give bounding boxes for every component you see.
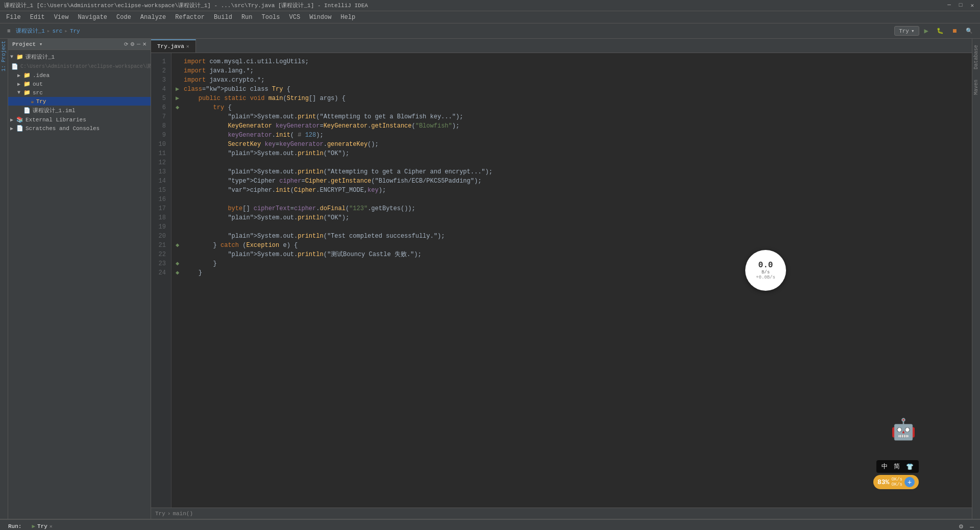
- tab-close-icon[interactable]: ✕: [186, 43, 189, 49]
- code-line[interactable]: ◆ } catch (Exception e) {: [176, 241, 972, 250]
- code-line[interactable]: "plain">System.out.println("测试Bouncy Cas…: [176, 250, 972, 259]
- debug-button[interactable]: 🐛: [934, 27, 947, 35]
- minimize-button[interactable]: ─: [945, 2, 953, 9]
- tree-item[interactable]: ▶ 📚 External Libraries: [8, 115, 151, 124]
- code-line[interactable]: "plain">System.out.println("OK");: [176, 149, 972, 158]
- line-number: 19: [153, 222, 169, 232]
- add-button[interactable]: +: [904, 477, 915, 487]
- breadcrumb-project[interactable]: 课程设计_1: [16, 27, 45, 35]
- code-gutter: ▶: [176, 94, 184, 103]
- line-number: 14: [153, 176, 169, 186]
- code-line[interactable]: "plain">System.out.println("OK");: [176, 213, 972, 222]
- tree-item[interactable]: ▶ 📁 out: [8, 80, 151, 88]
- code-text: import javax.crypto.*;: [184, 75, 264, 85]
- code-line[interactable]: [176, 222, 972, 232]
- menu-item-vcs[interactable]: VCS: [285, 13, 305, 22]
- tree-item[interactable]: ▼ 📁 src: [8, 88, 151, 97]
- maximize-button[interactable]: □: [957, 2, 965, 9]
- code-line[interactable]: "type">Cipher cipher=Cipher.getInstance(…: [176, 176, 972, 186]
- menu-item-file[interactable]: File: [2, 13, 25, 22]
- breadcrumb-try[interactable]: Try: [70, 28, 80, 34]
- run-settings-button[interactable]: ⚙: [957, 522, 966, 530]
- code-line[interactable]: ◆ try {: [176, 103, 972, 112]
- line-number: 22: [153, 250, 169, 259]
- code-text: "var">cipher.init(Cipher.ENCRYPT_MODE,ke…: [184, 186, 386, 195]
- tree-item[interactable]: 📄 课程设计_1.iml: [8, 106, 151, 115]
- menu-item-help[interactable]: Help: [336, 13, 359, 22]
- side-icons-right: Database Maven: [972, 39, 980, 519]
- code-editor[interactable]: 123456789101112131415161718192021222324 …: [151, 53, 972, 508]
- code-content[interactable]: import com.mysql.ci.util.LogUtils;import…: [172, 53, 972, 508]
- code-gutter: ◆: [176, 241, 184, 250]
- hide-panel-button[interactable]: ✕: [142, 41, 146, 47]
- run-tab-try[interactable]: ▶ Try ✕: [28, 521, 56, 530]
- close-button[interactable]: ✕: [968, 2, 976, 9]
- code-line[interactable]: KeyGenerator keyGenerator=KeyGenerator.g…: [176, 121, 972, 131]
- run-config-dropdown-icon[interactable]: ▾: [911, 28, 915, 34]
- tree-item[interactable]: ▶ 📁 .idea: [8, 71, 151, 80]
- run-tab-close[interactable]: ✕: [50, 523, 53, 529]
- tab-filename: Try.java: [157, 43, 184, 49]
- code-line[interactable]: SecretKey key=keyGenerator.generateKey()…: [176, 140, 972, 149]
- code-line[interactable]: import java.lang.*;: [176, 66, 972, 75]
- run-hide-button[interactable]: ─: [968, 523, 976, 531]
- code-text: "plain">System.out.println("测试Bouncy Cas…: [184, 250, 422, 259]
- menu-item-edit[interactable]: Edit: [26, 13, 49, 22]
- code-gutter: ◆: [176, 268, 184, 277]
- database-panel-toggle[interactable]: Database: [973, 45, 979, 69]
- ime-zh-button[interactable]: 中: [879, 461, 890, 472]
- code-line[interactable]: ◆ }: [176, 259, 972, 268]
- code-line[interactable]: keyGenerator.init( # 128);: [176, 131, 972, 140]
- code-line[interactable]: import javax.crypto.*;: [176, 75, 972, 85]
- menu-item-view[interactable]: View: [50, 13, 73, 22]
- gear-button[interactable]: ⚙: [130, 41, 135, 47]
- tree-item[interactable]: 📄 C:\Users\Administrator\eclipse-workspa…: [8, 62, 151, 71]
- minimize-panel-button[interactable]: ─: [137, 41, 140, 47]
- stop-button[interactable]: ⏹: [949, 27, 961, 35]
- menu-item-window[interactable]: Window: [305, 13, 335, 22]
- menu-item-analyze[interactable]: Analyze: [136, 13, 170, 22]
- menu-bar: FileEditViewNavigateCodeAnalyzeRefactorB…: [0, 11, 980, 23]
- menu-item-run[interactable]: Run: [237, 13, 257, 22]
- menu-item-build[interactable]: Build: [210, 13, 236, 22]
- project-icon[interactable]: ≡: [4, 27, 14, 35]
- code-line[interactable]: [176, 158, 972, 167]
- code-line[interactable]: "plain">System.out.println("Test complet…: [176, 232, 972, 241]
- menu-item-tools[interactable]: Tools: [258, 13, 284, 22]
- run-config[interactable]: Try ▾: [894, 26, 919, 36]
- floating-widget: 🤖 中 简 👕 83% OK/s OK/s +: [873, 417, 919, 489]
- code-gutter: ▶: [176, 85, 184, 94]
- menu-item-navigate[interactable]: Navigate: [74, 13, 111, 22]
- code-line[interactable]: import com.mysql.ci.util.LogUtils;: [176, 57, 972, 66]
- breadcrumb-src[interactable]: src: [52, 28, 62, 34]
- menu-item-code[interactable]: Code: [112, 13, 135, 22]
- tree-item[interactable]: ☕ Try: [8, 97, 151, 106]
- code-line[interactable]: ▶ public static void main(String[] args)…: [176, 94, 972, 103]
- code-line[interactable]: "plain">System.out.println("Attempting t…: [176, 167, 972, 176]
- run-tab-try-icon: ▶: [32, 523, 35, 529]
- line-number: 11: [153, 149, 169, 158]
- tree-arrow: ▼: [10, 54, 15, 60]
- menu-item-refactor[interactable]: Refactor: [171, 13, 209, 22]
- run-button[interactable]: ▶: [921, 26, 932, 36]
- ime-icon-button[interactable]: 👕: [904, 462, 916, 471]
- code-line[interactable]: "var">cipher.init(Cipher.ENCRYPT_MODE,ke…: [176, 186, 972, 195]
- search-everywhere-icon[interactable]: 🔍: [963, 27, 976, 35]
- code-line[interactable]: ▶class="kw">public class Try {: [176, 85, 972, 94]
- code-line[interactable]: byte[] cipherText=cipher.doFinal("123".g…: [176, 204, 972, 213]
- maven-panel-toggle[interactable]: Maven: [973, 80, 979, 95]
- code-line[interactable]: ◆ }: [176, 268, 972, 277]
- tree-item[interactable]: ▼ 📁 课程设计_1: [8, 52, 151, 62]
- tree-label: 课程设计_1: [26, 53, 55, 61]
- breadcrumb-method-sep: ›: [167, 511, 171, 517]
- sync-button[interactable]: ⟳: [124, 41, 128, 47]
- run-tab-label[interactable]: Run:: [4, 521, 26, 531]
- code-line[interactable]: "plain">System.out.print("Attempting to …: [176, 112, 972, 121]
- code-line[interactable]: [176, 195, 972, 204]
- project-panel-toggle[interactable]: 1: Project: [1, 41, 7, 71]
- tree-item[interactable]: ▶ 📄 Scratches and Consoles: [8, 124, 151, 133]
- editor-tab-try-java[interactable]: Try.java ✕: [151, 39, 196, 53]
- tree-label: src: [33, 90, 43, 96]
- line-number: 2: [153, 66, 169, 75]
- ime-jian-button[interactable]: 简: [892, 461, 902, 472]
